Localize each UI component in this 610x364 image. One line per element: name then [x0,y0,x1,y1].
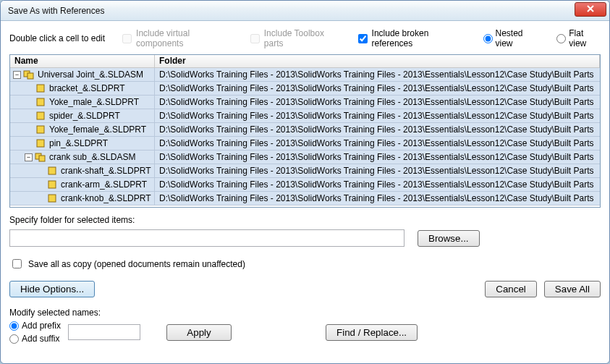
part-icon [35,83,46,93]
table-row[interactable]: −crank sub_&.SLDASMD:\SolidWorks Trainin… [10,151,600,164]
folder-cell[interactable]: D:\SolidWorks Training Files - 2013\Soli… [155,193,600,203]
folder-cell[interactable]: D:\SolidWorks Training Files - 2013\Soli… [155,166,600,176]
hide-options-button[interactable]: Hide Options... [9,281,95,297]
file-name: pin_&.SLDPRT [49,138,108,148]
name-cell[interactable]: Yoke_male_&.SLDPRT [10,96,155,109]
flat-view-radio[interactable]: Flat view [556,28,601,48]
table-row[interactable]: bracket_&.SLDPRTD:\SolidWorks Training F… [10,82,600,96]
header-folder[interactable]: Folder [155,55,600,67]
table-row[interactable]: crank-shaft_&.SLDPRTD:\SolidWorks Traini… [10,164,600,178]
save-all-button[interactable]: Save All [544,281,601,297]
name-cell[interactable]: −Universal Joint_&.SLDASM [10,68,155,81]
apply-button[interactable]: Apply [166,324,232,341]
specify-folder-input[interactable] [9,229,404,247]
part-icon [46,179,58,190]
file-name: crank-arm_&.SLDPRT [61,179,147,190]
table-row[interactable]: crank-knob_&.SLDPRTD:\SolidWorks Trainin… [10,192,600,206]
name-cell[interactable]: crank-arm_&.SLDPRT [10,178,155,191]
modify-names-label: Modify selected names: [9,308,601,318]
folder-cell[interactable]: D:\SolidWorks Training Files - 2013\Soli… [155,138,600,148]
svg-rect-2 [37,85,44,92]
part-icon [35,111,46,121]
svg-rect-6 [37,140,44,147]
nested-view-label: Nested view [496,28,540,48]
svg-rect-5 [37,126,44,133]
name-cell[interactable]: spider_&.SLDPRT [10,109,155,122]
name-cell[interactable]: −crank sub_&.SLDASM [10,151,155,164]
part-icon [35,138,46,148]
name-cell[interactable]: crank-knob_&.SLDPRT [10,192,155,205]
grid-header: Name Folder [10,55,600,68]
file-name: spider_&.SLDPRT [49,111,120,121]
svg-rect-1 [27,73,33,79]
flat-view-label: Flat view [569,28,601,48]
name-cell[interactable]: crank-shaft_&.SLDPRT [10,164,155,177]
include-virtual-label: Include virtual components [136,28,233,48]
file-name: Universal Joint_&.SLDASM [38,69,143,80]
include-broken-label: Include broken references [372,28,466,48]
add-suffix-label: Add suffix [22,334,59,344]
titlebar: Save As with References [1,1,609,21]
svg-rect-11 [48,195,56,202]
client-area: Double click a cell to edit Include virt… [1,21,609,350]
file-name: Yoke_female_&.SLDPRT [49,124,146,135]
include-toolbox-checkbox[interactable]: Include Toolbox parts [250,28,341,48]
include-virtual-checkbox[interactable]: Include virtual components [122,28,233,48]
action-row: Hide Options... Cancel Save All [9,281,601,297]
table-row[interactable]: spider_&.SLDPRTD:\SolidWorks Training Fi… [10,109,600,123]
table-row[interactable]: crank-arm_&.SLDPRTD:\SolidWorks Training… [10,178,600,192]
name-cell[interactable]: Yoke_female_&.SLDPRT [10,123,155,136]
table-row[interactable]: pin_&.SLDPRTD:\SolidWorks Training Files… [10,137,600,151]
svg-rect-8 [39,156,45,161]
modify-names-row: Add prefix Add suffix Apply Find / Repla… [9,321,601,344]
references-grid: Name Folder −Universal Joint_&.SLDASMD:\… [9,54,601,208]
include-broken-checkbox[interactable]: Include broken references [358,28,466,48]
folder-cell[interactable]: D:\SolidWorks Training Files - 2013\Soli… [155,152,600,162]
nested-view-radio[interactable]: Nested view [483,28,540,48]
assembly-icon [35,152,46,162]
window-close-button[interactable] [575,2,606,17]
folder-cell[interactable]: D:\SolidWorks Training Files - 2013\Soli… [155,124,600,135]
file-name: bracket_&.SLDPRT [49,83,125,93]
table-row[interactable]: Yoke_male_&.SLDPRTD:\SolidWorks Training… [10,96,600,109]
folder-cell[interactable]: D:\SolidWorks Training Files - 2013\Soli… [155,179,600,190]
include-toolbox-label: Include Toolbox parts [264,28,341,48]
folder-cell[interactable]: D:\SolidWorks Training Files - 2013\Soli… [155,97,600,107]
prefix-suffix-group: Add prefix Add suffix [9,321,61,344]
browse-button[interactable]: Browse... [418,230,480,247]
edit-hint: Double click a cell to edit [9,33,105,43]
specify-folder-label: Specify folder for selected items: [9,215,601,225]
file-name: crank sub_&.SLDASM [49,152,135,162]
cancel-button[interactable]: Cancel [485,281,537,297]
svg-rect-4 [37,112,44,119]
part-icon [46,193,58,203]
folder-cell[interactable]: D:\SolidWorks Training Files - 2013\Soli… [155,69,600,80]
svg-rect-3 [37,98,44,106]
save-as-copy-checkbox[interactable]: Save all as copy (opened documents remai… [9,257,601,271]
options-row: Double click a cell to edit Include virt… [9,28,601,48]
table-row[interactable]: −Universal Joint_&.SLDASMD:\SolidWorks T… [10,68,600,82]
add-prefix-radio[interactable]: Add prefix [9,321,61,331]
file-name: crank-knob_&.SLDPRT [61,193,151,203]
folder-cell[interactable]: D:\SolidWorks Training Files - 2013\Soli… [155,83,600,93]
dialog-window: Save As with References Double click a c… [0,0,610,364]
add-suffix-radio[interactable]: Add suffix [9,334,61,344]
collapse-icon[interactable]: − [13,71,21,79]
table-row[interactable]: Yoke_female_&.SLDPRTD:\SolidWorks Traini… [10,123,600,137]
name-cell[interactable]: pin_&.SLDPRT [10,137,155,150]
header-name[interactable]: Name [10,55,155,67]
collapse-icon[interactable]: − [25,153,33,161]
svg-rect-10 [48,181,56,188]
folder-cell[interactable]: D:\SolidWorks Training Files - 2013\Soli… [155,111,600,121]
part-icon [35,124,46,135]
assembly-icon [23,69,35,80]
find-replace-button[interactable]: Find / Replace... [326,324,418,341]
save-as-copy-label: Save all as copy (opened documents remai… [28,259,245,269]
specify-folder-row: Browse... [9,229,601,247]
prefix-suffix-input[interactable] [68,324,140,340]
close-icon [587,4,594,14]
part-icon [46,166,58,176]
file-name: Yoke_male_&.SLDPRT [49,97,139,107]
name-cell[interactable]: bracket_&.SLDPRT [10,82,155,95]
add-prefix-label: Add prefix [22,321,61,331]
